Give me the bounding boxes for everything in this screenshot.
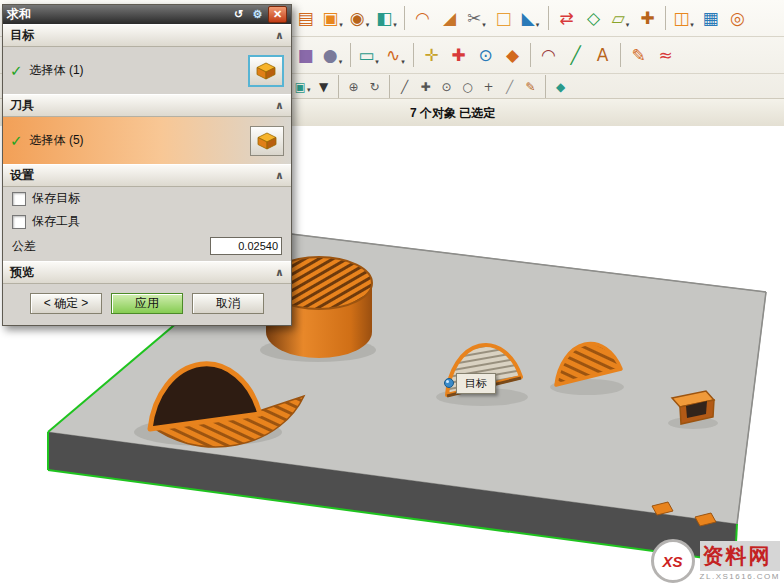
dialog-titlebar[interactable]: 求和 ↺ ⚙ ✕ [3,5,291,24]
intersection-curve-icon[interactable]: ⊙ [472,42,499,69]
text-icon[interactable]: A [589,42,616,69]
watermark-name: 资料网 [700,541,780,571]
trim-body-icon[interactable]: ✂▾ [463,5,490,32]
check-icon: ✓ [10,62,23,80]
block-icon[interactable]: ■ [292,42,319,69]
selection-ball-highlight [446,380,449,383]
toolbar-separator [548,6,549,30]
wave-link-icon[interactable]: ≈ [652,42,679,69]
check-icon: ✓ [10,132,23,150]
snap-end-icon[interactable]: ✚ [415,76,436,97]
intersection-point-icon[interactable]: ✚ [445,42,472,69]
save-target-checkbox[interactable] [12,192,26,206]
tube-icon[interactable]: ◎ [724,5,751,32]
project-curve-icon[interactable]: ◆ [499,42,526,69]
type-filter-icon[interactable]: ▣▾ [292,76,313,97]
tool-select-row[interactable]: ✓ 选择体 (5) [3,117,291,164]
target-tooltip: 目标 [456,373,496,394]
mesh-surface-icon[interactable]: ▦ [697,5,724,32]
section-settings-label: 设置 [10,167,34,184]
dialog-title: 求和 [7,6,228,23]
watermark: XS 资料网 ZL.XS1616.COM [651,539,780,583]
draft-icon[interactable]: ◣▾ [517,5,544,32]
selection-status-text: 7 个对象 已选定 [410,105,495,122]
toolbar-separator [350,43,351,67]
target-select-row[interactable]: ✓ 选择体 (1) [3,47,291,94]
unite-dialog: 求和 ↺ ⚙ ✕ 目标 ∧ ✓ 选择体 (1) 刀具 ∧ ✓ [2,4,292,326]
datum-plane-icon[interactable]: ▱▾ [607,5,634,32]
gear-icon[interactable]: ⚙ [249,7,266,22]
section-preview-label: 预览 [10,264,34,281]
snap-mid-icon[interactable]: ⊙ [436,76,457,97]
save-tool-checkbox[interactable] [12,215,26,229]
toolbar-separator [665,6,666,30]
cube-icon [256,62,276,80]
dialog-buttons: < 确定 > 应用 取消 [3,284,291,325]
hole-icon[interactable]: ◉▾ [346,5,373,32]
collapse-chevron-icon: ∧ [275,266,284,279]
toolbar-separator [545,75,546,99]
target-select-label: 选择体 (1) [30,62,84,79]
move-face-icon[interactable]: ⇄ [553,5,580,32]
unite-icon[interactable]: ◧▾ [373,5,400,32]
save-target-label: 保存目标 [32,190,80,207]
studio-spline-icon[interactable]: ∿▾ [382,42,409,69]
toolbar-separator [389,75,390,99]
apply-button[interactable]: 应用 [111,293,183,314]
edge-blend-icon[interactable]: ◠ [409,5,436,32]
toolbar-separator [338,75,339,99]
section-settings-header[interactable]: 设置 ∧ [3,164,291,187]
toolbar-separator [620,43,621,67]
application-window: ▤▣▾◉▾◧▾◠◢✂▾□◣▾⇄◇▱▾✚◫▾▦◎ ■●▾▭▾∿▾✛✚⊙◆◠╱A✎≈… [0,0,784,587]
cancel-button[interactable]: 取消 [192,293,264,314]
offset-region-icon[interactable]: ◇ [580,5,607,32]
extrude-icon[interactable]: ▣▾ [319,5,346,32]
section-preview-header[interactable]: 预览 ∧ [3,261,291,284]
sketch-section-icon[interactable]: ✎ [520,76,541,97]
line-icon[interactable]: ╱ [562,42,589,69]
snap-tangent-icon[interactable]: ╱ [499,76,520,97]
watermark-logo: XS [651,539,695,583]
rotate-view-icon[interactable]: ↻ [364,76,385,97]
pattern-feature-icon[interactable]: ▤ [292,5,319,32]
measure-icon[interactable]: ✛ [418,42,445,69]
save-tool-label: 保存工具 [32,213,80,230]
close-icon[interactable]: ✕ [268,6,287,23]
toolbar-separator [530,43,531,67]
selection-scope-icon[interactable]: ▼ [313,76,334,97]
tool-body-button[interactable] [250,126,284,156]
join-curve-icon[interactable]: ◠ [535,42,562,69]
section-tool-header[interactable]: 刀具 ∧ [3,94,291,117]
tool-select-label: 选择体 (5) [30,132,84,149]
solid-body-icon[interactable]: ◆ [550,76,571,97]
ok-button[interactable]: < 确定 > [30,293,102,314]
shell-icon[interactable]: □ [490,5,517,32]
sketch-curve-icon[interactable]: ▭▾ [355,42,382,69]
section-target-header[interactable]: 目标 ∧ [3,24,291,47]
surface-icon[interactable]: ◫▾ [670,5,697,32]
snap-center-icon[interactable]: ○ [457,76,478,97]
watermark-url: ZL.XS1616.COM [700,572,780,581]
toolbar-separator [404,6,405,30]
pan-view-icon[interactable]: ⊕ [343,76,364,97]
undo-icon[interactable]: ↺ [230,7,247,22]
collapse-chevron-icon: ∧ [275,169,284,182]
tolerance-label: 公差 [12,238,36,255]
toolbar-separator [413,43,414,67]
section-target-label: 目标 [10,27,34,44]
tolerance-row: 公差 0.02540 [3,233,291,261]
chamfer-icon[interactable]: ◢ [436,5,463,32]
cube-icon [257,132,277,150]
collapse-chevron-icon: ∧ [275,99,284,112]
save-tool-row: 保存工具 [3,210,291,233]
snap-point-icon[interactable]: + [478,76,499,97]
edit-curve-icon[interactable]: ✎ [625,42,652,69]
selection-ball-icon [445,379,454,388]
cylinder-icon[interactable]: ●▾ [319,42,346,69]
section-tool-label: 刀具 [10,97,34,114]
collapse-chevron-icon: ∧ [275,29,284,42]
tolerance-input[interactable]: 0.02540 [210,237,282,255]
target-body-button[interactable] [248,55,284,87]
point-icon[interactable]: ✚ [634,5,661,32]
snap-line-icon[interactable]: ╱ [394,76,415,97]
